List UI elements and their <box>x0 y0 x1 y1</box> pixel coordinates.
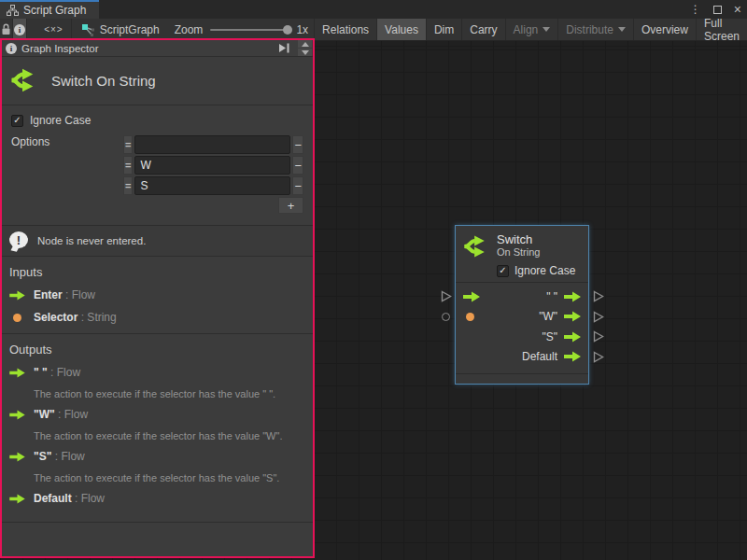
dim-button[interactable]: Dim <box>426 19 461 40</box>
inputs-section: Inputs Enter : Flow Selector : String <box>2 257 313 334</box>
distribute-label: Distribute <box>566 23 613 36</box>
output-port-label: " " <box>546 290 557 303</box>
flow-output-arrow-icon[interactable] <box>563 351 582 362</box>
values-button[interactable]: Values <box>376 19 426 40</box>
inspector-header[interactable]: i Graph Inspector <box>2 40 313 57</box>
code-icon: <×> <box>44 24 63 35</box>
flow-arrow-icon <box>9 368 25 378</box>
scroll-down-button[interactable] <box>298 49 312 56</box>
remove-option-button-1[interactable]: − <box>292 156 303 175</box>
fullscreen-label: Full Screen <box>704 17 740 43</box>
add-option-button[interactable]: + <box>278 197 303 214</box>
option-item-0: = − <box>123 135 303 154</box>
fullscreen-button[interactable]: Full Screen <box>696 19 747 40</box>
flow-output-arrow-icon[interactable] <box>563 291 582 302</box>
option-input-0[interactable] <box>134 135 290 154</box>
source-code-button[interactable]: <×> <box>36 19 72 40</box>
pin-type: : Flow <box>50 366 80 379</box>
pin-name: "S" <box>34 450 51 463</box>
output-port-label: "W" <box>539 310 557 323</box>
port-row-s: "S" <box>462 327 582 347</box>
pin-name: Enter <box>34 288 63 301</box>
flow-arrow-icon <box>9 494 25 504</box>
value-input-port-outer[interactable] <box>442 313 450 321</box>
node-header[interactable]: Switch On String ✓ Ignore Case <box>456 226 588 283</box>
hierarchy-graph-icon <box>7 5 19 16</box>
checkbox-checked-icon[interactable]: ✓ <box>497 265 509 277</box>
zoom-slider-handle[interactable] <box>283 25 292 35</box>
pin-name: Selector <box>34 311 78 324</box>
output-port-outer-1[interactable] <box>593 290 604 302</box>
value-dot-icon <box>13 314 21 322</box>
zoom-slider[interactable] <box>210 29 289 31</box>
value-input-dot-icon[interactable] <box>466 313 474 321</box>
graph-asset-chip[interactable]: ScriptGraph <box>72 19 169 40</box>
carry-label: Carry <box>470 23 497 36</box>
switch-node-wrapper: Switch On String ✓ Ignore Case <box>439 225 607 385</box>
lock-icon <box>1 23 11 35</box>
arrow-up-icon <box>302 42 309 47</box>
lock-button[interactable] <box>0 19 13 40</box>
remove-option-button-2[interactable]: − <box>292 176 303 195</box>
scroll-up-button[interactable] <box>298 40 312 48</box>
pin-type: : Flow <box>55 450 85 463</box>
chevron-down-icon <box>618 27 626 32</box>
checkbox-checked-icon[interactable]: ✓ <box>11 115 23 127</box>
flow-output-arrow-icon[interactable] <box>563 331 582 343</box>
maximize-icon[interactable] <box>713 6 722 14</box>
relations-label: Relations <box>322 23 369 36</box>
node-subtitle: On String <box>497 246 540 259</box>
pin-type: : Flow <box>75 492 105 505</box>
zoom-value: 1x <box>296 23 308 36</box>
tab-script-graph[interactable]: Script Graph <box>0 0 99 19</box>
drag-handle-icon[interactable]: = <box>123 156 133 175</box>
warning-banner: ! Node is never entered. <box>2 226 313 257</box>
node-port-rows: " " "W" "S" <box>456 283 588 373</box>
close-icon[interactable]: × <box>734 3 741 16</box>
flow-input-arrow-icon[interactable] <box>462 291 481 302</box>
drag-handle-icon[interactable]: = <box>123 176 133 195</box>
outputs-section: Outputs " " : Flow The action to execute… <box>2 334 313 523</box>
distribute-dropdown-button[interactable]: Distribute <box>557 19 633 40</box>
pin-type: : Flow <box>65 288 95 301</box>
flow-arrow-icon <box>9 410 25 420</box>
output-port-label: "S" <box>542 330 557 343</box>
input-pin-enter: Enter : Flow <box>9 288 305 301</box>
option-item-1: = − <box>123 156 303 175</box>
options-list: = − = − = − + <box>123 135 303 214</box>
output-pin-default: Default : Flow <box>9 492 305 505</box>
dock-panel-button[interactable] <box>275 41 293 55</box>
switch-on-string-node[interactable]: Switch On String ✓ Ignore Case <box>455 225 589 385</box>
option-input-1[interactable] <box>134 156 290 175</box>
pin-name: Default <box>34 492 72 505</box>
align-dropdown-button[interactable]: Align <box>505 19 558 40</box>
flow-output-arrow-icon[interactable] <box>563 311 582 322</box>
unity-script-graph-window: Script Graph ⋮ × i <×> <box>0 0 747 560</box>
drag-handle-icon[interactable]: = <box>123 135 133 154</box>
inputs-title: Inputs <box>9 265 305 279</box>
node-ignore-case-checkbox[interactable]: ✓ Ignore Case <box>497 264 581 277</box>
output-port-outer-3[interactable] <box>593 330 604 343</box>
carry-button[interactable]: Carry <box>461 19 504 40</box>
option-input-2[interactable] <box>134 176 290 195</box>
window-menu-icon[interactable]: ⋮ <box>690 3 701 16</box>
node-titles: Switch On String <box>497 232 540 260</box>
remove-option-button-0[interactable]: − <box>292 135 303 154</box>
overview-button[interactable]: Overview <box>633 19 696 40</box>
chevron-down-icon <box>543 27 550 32</box>
warning-bubble-icon: ! <box>9 231 29 250</box>
switch-icon <box>462 232 490 260</box>
dim-label: Dim <box>434 23 454 36</box>
output-port-outer-4[interactable] <box>593 351 604 363</box>
inspector-node-title-section: Switch On String <box>2 57 313 105</box>
output-port-outer-2[interactable] <box>593 311 604 323</box>
inspector-toggle-button[interactable]: i <box>13 19 26 40</box>
flow-arrow-icon <box>9 452 25 462</box>
ignore-case-checkbox[interactable]: ✓ Ignore Case <box>11 114 308 127</box>
toolbar-gap <box>27 19 36 40</box>
output-pin-s: "S" : Flow The action to execute if the … <box>9 450 305 483</box>
input-pin-selector: Selector : String <box>9 311 305 324</box>
flow-input-port-outer[interactable] <box>441 290 452 302</box>
relations-button[interactable]: Relations <box>314 19 376 40</box>
window-titlebar: Script Graph ⋮ × <box>0 0 747 19</box>
